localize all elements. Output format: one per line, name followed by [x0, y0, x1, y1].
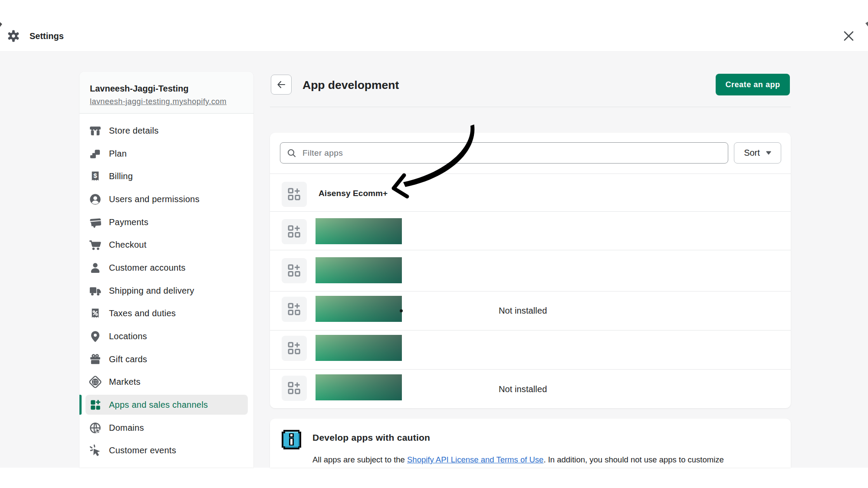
svg-text:$: $ — [93, 172, 97, 179]
